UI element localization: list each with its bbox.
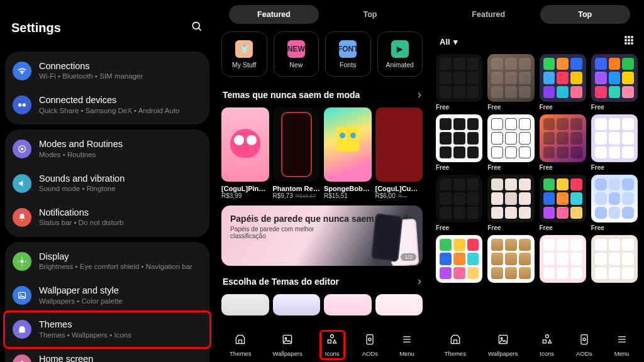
home-icon	[13, 354, 31, 362]
svg-rect-35	[581, 335, 587, 344]
icon-pack-grid: FreeFreeFreeFreeFreeFreeFreeFreeFreeFree…	[430, 54, 644, 283]
settings-item-connected-devices[interactable]: Connected devicesQuick Share • Samsung D…	[5, 88, 209, 122]
item-subtitle: Modes • Routines	[39, 151, 123, 160]
settings-item-display[interactable]: DisplayBrightness • Eye comfort shield •…	[5, 244, 209, 278]
tab-featured[interactable]: Featured	[229, 5, 319, 24]
filter-label: All	[440, 37, 450, 47]
svg-point-6	[20, 260, 23, 263]
icon-pack[interactable]	[540, 235, 586, 283]
icon-pack[interactable]: Free	[540, 175, 586, 231]
icon-pack-price: Free	[436, 164, 482, 171]
svg-rect-22	[625, 36, 626, 38]
icon-pack[interactable]: Free	[487, 114, 534, 171]
chip-my-stuff[interactable]: 👕My Stuff	[221, 31, 267, 77]
nav-themes[interactable]: Themes	[442, 332, 469, 358]
icon-pack[interactable]: Free	[487, 54, 534, 111]
chip-animated[interactable]: ▶Animated	[377, 31, 423, 77]
link-icon	[13, 96, 31, 114]
themes-icon	[234, 333, 247, 348]
theme-price: R$15,51	[324, 192, 372, 199]
settings-item-connections[interactable]: ConnectionsWi-Fi • Bluetooth • SIM manag…	[5, 54, 209, 88]
item-name: Connections	[39, 61, 143, 72]
section-title: Temas que nunca saem de moda	[223, 90, 360, 100]
nav-label: Icons	[325, 350, 340, 357]
section-editor-choice[interactable]: Escolha de Temas do editor ›	[215, 272, 429, 294]
icon-pack[interactable]: Free	[436, 54, 482, 111]
theme-carousel[interactable]: [CoguL]Pink… R$3,99 Phantom Re… R$9,73R$…	[215, 107, 429, 199]
svg-rect-25	[625, 39, 626, 41]
category-chips: 👕My StuffNEWNewFONTFonts▶Animated	[215, 31, 429, 85]
icon-pack[interactable]: Free	[591, 175, 638, 231]
tab-featured[interactable]: Featured	[443, 5, 534, 24]
chevron-right-icon: ›	[418, 88, 421, 101]
settings-item-sounds-and-vibration[interactable]: Sounds and vibrationSound mode • Rington…	[5, 167, 209, 200]
icon-pack[interactable]	[436, 235, 482, 283]
theme-thumbnail	[375, 107, 423, 182]
nav-icons[interactable]: Icons	[319, 330, 345, 360]
editor-theme-carousel[interactable]	[215, 294, 429, 315]
chip-fonts[interactable]: FONTFonts	[325, 31, 371, 77]
icon-pack[interactable]	[487, 235, 534, 283]
filter-dropdown[interactable]: All ▾	[440, 37, 458, 47]
icon-pack[interactable]: Free	[436, 114, 482, 171]
svg-rect-17	[367, 335, 373, 344]
theme-price: R$6,00R…	[375, 192, 423, 199]
icon-pack[interactable]: Free	[591, 114, 638, 171]
theme-card[interactable]: [CoguL]Cu… R$6,00R…	[375, 107, 423, 199]
icon-pack[interactable]: Free	[591, 54, 638, 111]
nav-label: Menu	[399, 350, 414, 357]
icon-pack[interactable]: Free	[436, 175, 482, 231]
tab-top[interactable]: Top	[325, 5, 415, 24]
grid-view-icon[interactable]	[624, 35, 634, 48]
theme-thumbnail	[273, 107, 321, 182]
nav-themes[interactable]: Themes	[227, 332, 253, 358]
chip-new[interactable]: NEWNew	[274, 31, 319, 77]
icon-pack[interactable]: Free	[487, 175, 534, 231]
theme-card[interactable]: Phantom Re… R$9,73R$48,67	[273, 107, 321, 199]
nav-aods[interactable]: AODs	[574, 332, 594, 358]
settings-item-home-screen[interactable]: Home screenLayout • App icon badges	[5, 347, 209, 363]
sound-icon	[13, 174, 31, 193]
nav-label: Wallpapers	[273, 350, 303, 357]
nav-menu[interactable]: Menu	[612, 332, 632, 358]
settings-item-wallpaper-and-style[interactable]: Wallpaper and styleWallpapers • Color pa…	[5, 278, 209, 312]
icon-pack-price: Free	[591, 104, 638, 111]
nav-aods[interactable]: AODs	[360, 332, 380, 358]
section-timeless-themes[interactable]: Temas que nunca saem de moda ›	[215, 85, 429, 107]
themes-icon	[13, 320, 31, 339]
target-icon	[13, 140, 31, 158]
icon-pack-price: Free	[487, 104, 534, 111]
chip-label: New	[289, 61, 303, 69]
svg-rect-34	[543, 340, 546, 343]
chip-icon: ▶	[391, 40, 409, 58]
nav-menu[interactable]: Menu	[397, 332, 417, 358]
tab-top[interactable]: Top	[540, 5, 631, 24]
item-subtitle: Themes • Wallpapers • Icons	[39, 331, 131, 340]
icon-pack-price: Free	[591, 224, 638, 231]
svg-rect-2	[18, 104, 21, 107]
icons-store-panel: Featured Top All ▾ FreeFreeFreeFreeFreeF…	[429, 0, 644, 362]
chevron-down-icon: ▾	[453, 37, 458, 47]
wallpaper-banner[interactable]: Papéis de parede que nunca saem de moda …	[221, 206, 423, 266]
settings-group: ConnectionsWi-Fi • Bluetooth • SIM manag…	[5, 52, 209, 124]
item-name: Wallpaper and style	[39, 285, 123, 296]
icon-pack-thumbnail	[487, 114, 534, 162]
chip-icon: 👕	[235, 40, 253, 58]
banner-page-indicator: 1/2	[401, 253, 416, 261]
settings-item-modes-and-routines[interactable]: Modes and RoutinesModes • Routines	[5, 132, 209, 166]
icon-pack[interactable]: Free	[540, 114, 586, 171]
svg-point-12	[20, 294, 21, 295]
nav-icons[interactable]: Icons	[537, 332, 557, 358]
chip-label: My Stuff	[232, 61, 256, 69]
settings-item-themes[interactable]: ThemesThemes • Wallpapers • Icons	[3, 310, 211, 348]
icon-pack[interactable]	[591, 235, 638, 283]
theme-card[interactable]: [CoguL]Pink… R$3,99	[221, 107, 269, 199]
chip-icon: FONT	[339, 40, 357, 58]
icon-pack[interactable]: Free	[540, 54, 586, 111]
theme-card[interactable]: SpongeBob … R$15,51	[324, 107, 372, 199]
nav-wallpapers[interactable]: Wallpapers	[270, 332, 305, 358]
settings-item-notifications[interactable]: NotificationsStatus bar • Do not disturb	[5, 200, 209, 234]
search-icon[interactable]	[191, 20, 203, 35]
nav-wallpapers[interactable]: Wallpapers	[486, 332, 520, 358]
svg-point-32	[501, 337, 502, 339]
